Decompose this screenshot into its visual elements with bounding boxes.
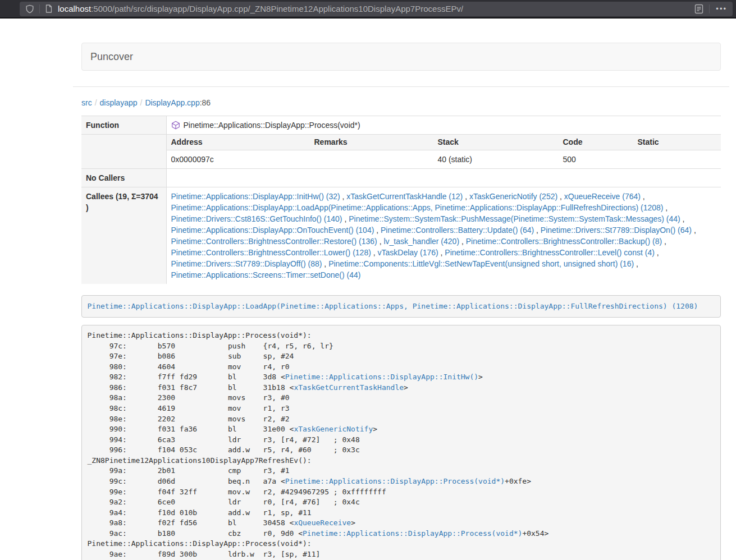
url-host: localhost: [58, 4, 91, 13]
remarks-value: [310, 150, 433, 169]
shield-icon[interactable]: [25, 4, 34, 13]
callee-link[interactable]: Pinetime::Controllers::Battery::Update()…: [381, 226, 534, 235]
table-row: No Callers: [81, 169, 721, 187]
callee-link[interactable]: Pinetime::System::SystemTask::PushMessag…: [349, 214, 680, 223]
highlight-panel: Pinetime::Applications::DisplayApp::Load…: [81, 295, 721, 318]
callee-link[interactable]: Pinetime::Drivers::St7789::DisplayOff() …: [171, 259, 322, 268]
function-name: Pinetime::Applications::DisplayApp::Proc…: [184, 121, 360, 130]
table-row: Callees (19, Σ=3704 ) Pinetime::Applicat…: [81, 187, 721, 284]
address-value: 0x0000097c: [167, 150, 310, 169]
callee-link[interactable]: Pinetime::Applications::DisplayApp::Init…: [171, 192, 340, 201]
callee-link[interactable]: Pinetime::Components::LittleVgl::SetNewT…: [328, 259, 634, 268]
callee-link[interactable]: Pinetime::Drivers::Cst816S::GetTouchInfo…: [171, 214, 342, 223]
page-actions-icon[interactable]: •••: [716, 4, 727, 13]
code-value: 500: [559, 150, 633, 169]
callee-link[interactable]: Pinetime::Controllers::BrightnessControl…: [445, 248, 654, 257]
main-content: Puncover src/displayapp/DisplayApp.cpp:8…: [73, 43, 729, 560]
reader-mode-icon[interactable]: [694, 3, 704, 15]
static-value: [633, 150, 721, 169]
col-header-stack: Stack: [433, 135, 559, 150]
callee-link[interactable]: xTaskGenericNotify (252): [469, 192, 557, 201]
url-text: localhost:5000/path/src/displayapp/Displ…: [58, 4, 463, 13]
callee-link[interactable]: Pinetime::Applications::Screens::Timer::…: [171, 270, 361, 279]
url-bar[interactable]: localhost:5000/path/src/displayapp/Displ…: [20, 2, 733, 16]
breadcrumb: src/displayapp/DisplayApp.cpp:86: [81, 97, 721, 108]
cube-icon: [171, 121, 180, 130]
toolbar-divider: [709, 4, 710, 13]
breadcrumb-item-file[interactable]: DisplayApp.cpp: [145, 98, 199, 107]
row-label-function: Function: [81, 116, 166, 135]
assembly-symbol-link[interactable]: xTaskGenericNotify: [294, 425, 373, 433]
browser-toolbar: localhost:5000/path/src/displayapp/Displ…: [0, 0, 736, 19]
callee-link[interactable]: xTaskGetCurrentTaskHandle (12): [346, 192, 463, 201]
table-row: Function Pinetime::Applications::Display…: [81, 116, 721, 135]
breadcrumb-item-src[interactable]: src: [81, 98, 92, 107]
callee-link[interactable]: Pinetime::Applications::DisplayApp::Load…: [171, 203, 664, 212]
stack-value: 40 (static): [433, 150, 559, 169]
stats-cell: Address Remarks Stack Code Static 0x0000…: [166, 135, 721, 169]
stats-value-row: 0x0000097c 40 (static) 500: [167, 150, 721, 169]
stats-header-row: Address Remarks Stack Code Static: [167, 135, 721, 150]
callee-link[interactable]: Pinetime::Applications::DisplayApp::OnTo…: [171, 226, 374, 235]
callee-link[interactable]: Pinetime::Controllers::BrightnessControl…: [171, 237, 377, 246]
toolbar-divider: [39, 4, 40, 13]
url-path: :5000/path/src/displayapp/DisplayApp.cpp…: [91, 4, 463, 13]
col-header-code: Code: [559, 135, 633, 150]
page-icon[interactable]: [45, 4, 53, 13]
col-header-remarks: Remarks: [310, 135, 433, 150]
callee-link[interactable]: xQueueReceive (764): [564, 192, 641, 201]
row-label-callees: Callees (19, Σ=3704 ): [81, 187, 166, 284]
assembly-listing: Pinetime::Applications::DisplayApp::Proc…: [81, 325, 721, 560]
col-header-static: Static: [633, 135, 721, 150]
assembly-symbol-link[interactable]: Pinetime::Applications::DisplayApp::Proc…: [303, 529, 522, 538]
callees-list: Pinetime::Applications::DisplayApp::Init…: [166, 187, 721, 284]
callers-cell: [166, 169, 721, 187]
callee-link[interactable]: Pinetime::Drivers::St7789::DisplayOn() (…: [541, 226, 692, 235]
breadcrumb-separator: /: [138, 98, 145, 107]
col-header-address: Address: [167, 135, 310, 150]
stats-table: Address Remarks Stack Code Static 0x0000…: [167, 135, 721, 168]
function-table: Function Pinetime::Applications::Display…: [81, 116, 721, 284]
callee-link[interactable]: lv_task_handler (420): [383, 237, 459, 246]
brand-link[interactable]: Puncover: [90, 51, 133, 62]
callee-link[interactable]: Pinetime::Controllers::BrightnessControl…: [466, 237, 662, 246]
assembly-symbol-link[interactable]: Pinetime::Applications::DisplayApp::Init…: [285, 373, 478, 381]
navbar: Puncover: [81, 43, 721, 71]
callee-link[interactable]: Pinetime::Controllers::BrightnessControl…: [171, 248, 371, 257]
row-label-empty: [81, 135, 166, 169]
highlight-link[interactable]: Pinetime::Applications::DisplayApp::Load…: [88, 302, 698, 310]
assembly-symbol-link[interactable]: xTaskGetCurrentTaskHandle: [294, 383, 404, 392]
breadcrumb-separator: /: [92, 98, 100, 107]
breadcrumb-item-displayapp[interactable]: displayapp: [100, 98, 138, 107]
function-cell: Pinetime::Applications::DisplayApp::Proc…: [166, 116, 721, 135]
callee-link[interactable]: vTaskDelay (176): [378, 248, 438, 257]
divider: [73, 86, 729, 87]
table-row: Address Remarks Stack Code Static 0x0000…: [81, 135, 721, 169]
breadcrumb-line-number: :86: [200, 98, 211, 107]
assembly-symbol-link[interactable]: xQueueReceive: [294, 518, 351, 527]
assembly-symbol-link[interactable]: Pinetime::Applications::DisplayApp::Proc…: [285, 477, 505, 485]
row-label-no-callers: No Callers: [81, 169, 166, 187]
